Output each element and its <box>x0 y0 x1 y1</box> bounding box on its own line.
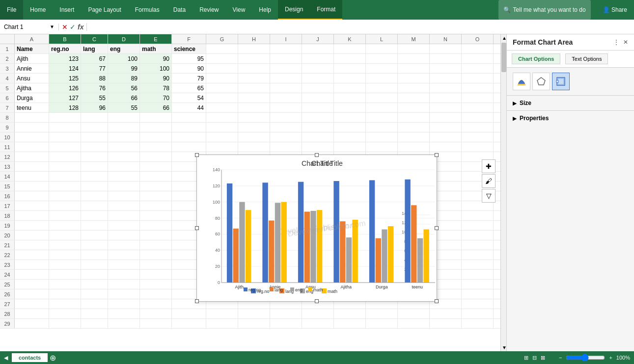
cell-16-C[interactable] <box>81 191 108 201</box>
cell-3-B[interactable]: 124 <box>49 64 81 73</box>
cell-10-B[interactable] <box>49 132 81 142</box>
cell-7-J[interactable] <box>302 103 334 112</box>
cell-1-O[interactable] <box>462 44 494 53</box>
ribbon-tab-pagelayout[interactable]: Page Layout <box>81 0 128 20</box>
cell-16-E[interactable] <box>140 191 172 201</box>
cell-13-A[interactable] <box>15 162 49 171</box>
cell-27-D[interactable] <box>108 299 140 309</box>
function-icon[interactable]: fx <box>78 23 83 31</box>
cell-4-M[interactable] <box>398 74 430 83</box>
cell-4-F[interactable]: 79 <box>172 74 206 83</box>
cell-12-B[interactable] <box>49 152 81 161</box>
cell-2-M[interactable] <box>398 54 430 63</box>
cell-19-A[interactable] <box>15 221 49 230</box>
cell-4-L[interactable] <box>366 74 398 83</box>
cell-27-A[interactable] <box>15 299 49 309</box>
cell-26-A[interactable] <box>15 289 49 299</box>
cell-22-D[interactable] <box>108 250 140 260</box>
cell-2-B[interactable]: 123 <box>49 54 81 63</box>
cell-8-N[interactable] <box>430 113 462 122</box>
cell-28-L[interactable] <box>366 309 398 318</box>
cell-17-A[interactable] <box>15 201 49 210</box>
cell-1-L[interactable] <box>366 44 398 53</box>
cell-2-O[interactable] <box>462 54 494 63</box>
cell-16-B[interactable] <box>49 191 81 201</box>
cell-8-L[interactable] <box>366 113 398 122</box>
cell-4-C[interactable]: 88 <box>81 74 108 83</box>
panel-tab-chart[interactable]: Chart Options <box>512 53 560 64</box>
panel-section-size[interactable]: ▶ Size <box>507 95 634 110</box>
cell-11-N[interactable] <box>430 142 462 152</box>
col-header-D[interactable]: D <box>108 34 140 44</box>
sheet-tab-contacts[interactable]: contacts <box>12 353 48 362</box>
cell-25-B[interactable] <box>49 280 81 289</box>
cell-11-E[interactable] <box>140 142 172 152</box>
cell-14-D[interactable] <box>108 172 140 181</box>
panel-section-properties[interactable]: ▶ Properties <box>507 110 634 126</box>
cell-3-G[interactable] <box>206 64 238 73</box>
cell-3-L[interactable] <box>366 64 398 73</box>
cell-15-A[interactable] <box>15 182 49 191</box>
cell-15-B[interactable] <box>49 182 81 191</box>
cell-25-D[interactable] <box>108 280 140 289</box>
cell-17-C[interactable] <box>81 201 108 210</box>
cell-25-O[interactable] <box>462 280 494 289</box>
cell-2-I[interactable] <box>270 54 302 63</box>
ribbon-tab-home[interactable]: Home <box>23 0 53 20</box>
cell-29-O[interactable] <box>462 319 494 328</box>
cell-8-M[interactable] <box>398 113 430 122</box>
cell-1-F[interactable]: science <box>172 44 206 53</box>
cell-8-E[interactable] <box>140 113 172 122</box>
chart-area-icon-btn[interactable] <box>552 73 570 90</box>
page-break-icon[interactable]: ⊠ <box>541 355 545 361</box>
cell-29-C[interactable] <box>81 319 108 328</box>
col-header-A[interactable]: A <box>15 34 49 44</box>
name-box[interactable]: Chart 1 ▼ <box>0 24 59 30</box>
col-header-E[interactable]: E <box>140 34 172 44</box>
cell-23-E[interactable] <box>140 260 172 269</box>
cell-21-E[interactable] <box>140 240 172 250</box>
cell-26-B[interactable] <box>49 289 81 299</box>
cell-26-O[interactable] <box>462 289 494 299</box>
cell-21-B[interactable] <box>49 240 81 250</box>
ribbon-tab-design[interactable]: Design <box>278 0 310 20</box>
cell-26-E[interactable] <box>140 289 172 299</box>
page-view-icon[interactable]: ⊟ <box>532 355 537 361</box>
cell-28-H[interactable] <box>238 309 270 318</box>
cell-24-O[interactable] <box>462 270 494 279</box>
cell-2-N[interactable] <box>430 54 462 63</box>
cell-29-I[interactable] <box>270 319 302 328</box>
cell-5-O[interactable] <box>462 83 494 93</box>
ribbon-tab-insert[interactable]: Insert <box>53 0 81 20</box>
cell-9-O[interactable] <box>462 123 494 132</box>
cell-3-O[interactable] <box>462 64 494 73</box>
cell-16-D[interactable] <box>108 191 140 201</box>
cell-5-M[interactable] <box>398 83 430 93</box>
cell-3-C[interactable]: 77 <box>81 64 108 73</box>
cell-12-C[interactable] <box>81 152 108 161</box>
cell-21-A[interactable] <box>15 240 49 250</box>
col-header-H[interactable]: H <box>238 34 270 44</box>
cell-24-A[interactable] <box>15 270 49 279</box>
cell-4-K[interactable] <box>334 74 366 83</box>
ribbon-tab-data[interactable]: Data <box>166 0 193 20</box>
cell-28-G[interactable] <box>206 309 238 318</box>
col-header-B[interactable]: B <box>49 34 81 44</box>
cell-2-A[interactable]: Ajith <box>15 54 49 63</box>
cell-6-G[interactable] <box>206 93 238 103</box>
cell-11-O[interactable] <box>462 142 494 152</box>
cell-11-D[interactable] <box>108 142 140 152</box>
cell-17-E[interactable] <box>140 201 172 210</box>
cell-29-D[interactable] <box>108 319 140 328</box>
confirm-icon[interactable]: ✓ <box>70 23 76 31</box>
cell-5-H[interactable] <box>238 83 270 93</box>
cell-29-G[interactable] <box>206 319 238 328</box>
cell-18-A[interactable] <box>15 211 49 220</box>
cell-11-H[interactable] <box>238 142 270 152</box>
cell-3-I[interactable] <box>270 64 302 73</box>
cell-7-I[interactable] <box>270 103 302 112</box>
cell-5-A[interactable]: Ajitha <box>15 83 49 93</box>
panel-close-icon[interactable]: ✕ <box>623 39 628 46</box>
ribbon-tab-formulas[interactable]: Formulas <box>128 0 166 20</box>
cell-15-D[interactable] <box>108 182 140 191</box>
